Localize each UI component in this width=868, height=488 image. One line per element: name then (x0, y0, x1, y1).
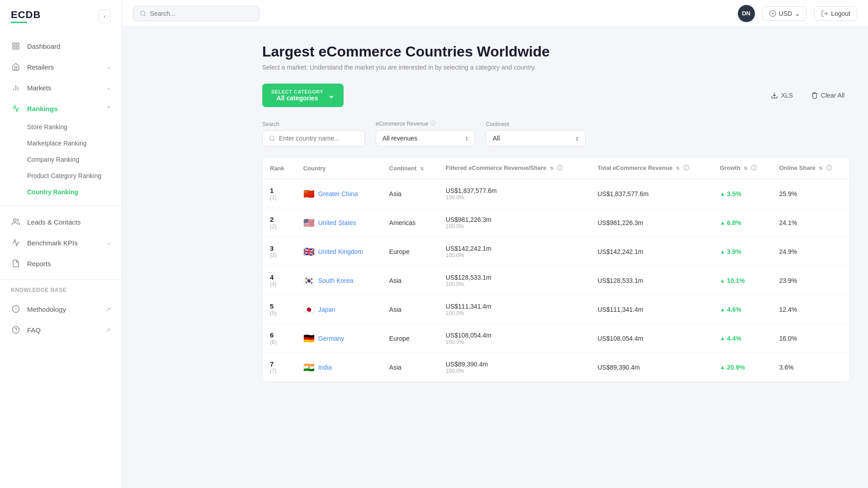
continent-filter-select[interactable]: All ↕ (486, 130, 585, 146)
country-link-0[interactable]: 🇨🇳 Greater China (303, 188, 375, 199)
markets-icon (11, 83, 21, 93)
cell-filtered-revenue-0: US$1,837,577.6m 100.0% (439, 179, 590, 208)
sort-icon-online-share: ⇅ (819, 166, 822, 171)
category-chevron-icon: ⌄ (328, 90, 335, 100)
page-title: Largest eCommerce Countries Worldwide (262, 43, 850, 60)
sidebar-item-label-faq: FAQ (27, 326, 41, 334)
sidebar-item-methodology[interactable]: Methodology ↗ (0, 299, 122, 319)
search-filter-input[interactable] (262, 130, 365, 146)
cell-total-revenue-4: US$111,341.4m (590, 295, 712, 324)
info-icon-filtered-revenue[interactable]: ⓘ (557, 164, 563, 171)
logout-icon (821, 10, 828, 17)
cell-total-revenue-2: US$142,242.1m (590, 237, 712, 266)
country-search-input[interactable] (279, 135, 358, 142)
cell-country-2[interactable]: 🇬🇧 United Kingdom (296, 237, 382, 266)
table-header-row: Rank Country Continent ⇅ Filtered eComme… (263, 158, 849, 179)
xls-label: XLS (781, 92, 793, 99)
sidebar-item-label-leads: Leads & Contacts (27, 218, 80, 226)
cell-country-6[interactable]: 🇮🇳 India (296, 353, 382, 382)
cell-country-1[interactable]: 🇺🇸 United States (296, 208, 382, 237)
sidebar-item-country-ranking[interactable]: Country Ranking (27, 184, 122, 200)
chevron-down-icon-benchmark: ⌄ (106, 239, 111, 246)
sidebar-collapse-button[interactable]: ‹ (99, 9, 111, 23)
currency-selector[interactable]: USD ⌄ (762, 6, 807, 21)
revenue-filter-select[interactable]: All revenues ↕ (376, 130, 475, 146)
col-filtered-revenue[interactable]: Filtered eCommerce Revenue/Share ⇅ ⓘ (439, 158, 590, 179)
data-table-container: Rank Country Continent ⇅ Filtered eComme… (262, 157, 850, 382)
cell-continent-5: Europe (382, 324, 439, 353)
growth-arrow-icon-4: ▲ (720, 306, 725, 313)
country-ranking-table: Rank Country Continent ⇅ Filtered eComme… (263, 158, 849, 382)
xls-export-button[interactable]: XLS (765, 88, 798, 103)
cell-country-4[interactable]: 🇯🇵 Japan (296, 295, 382, 324)
country-link-2[interactable]: 🇬🇧 United Kingdom (303, 246, 375, 257)
cell-country-0[interactable]: 🇨🇳 Greater China (296, 179, 382, 208)
sidebar-item-benchmark-kpis[interactable]: Benchmark KPIs ⌄ (0, 232, 122, 253)
revenue-filter-label: eCommerce Revenue ⓘ (376, 120, 475, 127)
cell-filtered-revenue-3: US$128,533.1m 100.0% (439, 266, 590, 295)
country-flag-2: 🇬🇧 (303, 246, 315, 257)
select-category-button-content: SELECT CATEGORY All categories (271, 89, 323, 102)
cell-filtered-revenue-4: US$111,341.4m 100.0% (439, 295, 590, 324)
sidebar-item-label-dashboard: Dashboard (27, 42, 60, 50)
cell-rank-6: 7 (7) (263, 353, 296, 382)
topbar: DN USD ⌄ Logout (122, 0, 868, 27)
growth-arrow-icon-1: ▲ (720, 220, 725, 226)
sidebar-item-markets[interactable]: Markets ⌄ (0, 77, 122, 98)
sidebar-item-rankings[interactable]: Rankings ⌃ (0, 98, 122, 119)
country-flag-5: 🇩🇪 (303, 333, 315, 344)
sidebar-item-store-ranking[interactable]: Store Ranking (27, 119, 122, 135)
info-icon-growth[interactable]: ⓘ (751, 164, 757, 171)
table-row: 3 (3) 🇬🇧 United Kingdom Europe US$142,24… (263, 237, 849, 266)
growth-arrow-icon-2: ▲ (720, 249, 725, 255)
country-link-3[interactable]: 🇰🇷 South Korea (303, 275, 375, 286)
country-link-5[interactable]: 🇩🇪 Germany (303, 333, 375, 344)
sidebar-item-leads-contacts[interactable]: Leads & Contacts (0, 211, 122, 232)
bottom-nav: Leads & Contacts Benchmark KPIs ⌄ Report… (0, 208, 122, 277)
cell-country-3[interactable]: 🇰🇷 South Korea (296, 266, 382, 295)
cell-total-revenue-6: US$89,390.4m (590, 353, 712, 382)
country-flag-6: 🇮🇳 (303, 362, 315, 373)
chevron-down-icon-markets: ⌄ (106, 84, 111, 91)
cell-growth-4: ▲ 4.6% (712, 295, 772, 324)
logout-button[interactable]: Logout (814, 6, 857, 21)
page-subtitle: Select a market: Understand the market y… (262, 64, 850, 71)
logo-underline (11, 22, 27, 23)
col-growth[interactable]: Growth ⇅ ⓘ (712, 158, 772, 179)
info-icon-online-share[interactable]: ⓘ (826, 164, 832, 171)
cell-filtered-revenue-1: US$981,226.3m 100.0% (439, 208, 590, 237)
country-link-4[interactable]: 🇯🇵 Japan (303, 304, 375, 315)
country-link-6[interactable]: 🇮🇳 India (303, 362, 375, 373)
country-link-1[interactable]: 🇺🇸 United States (303, 217, 375, 228)
sidebar-item-marketplace-ranking[interactable]: Marketplace Ranking (27, 135, 122, 151)
cell-online-share-1: 24.1% (772, 208, 850, 237)
sidebar-item-dashboard[interactable]: Dashboard (0, 36, 122, 56)
sidebar-item-reports[interactable]: Reports (0, 253, 122, 274)
select-category-button[interactable]: SELECT CATEGORY All categories ⌄ (262, 84, 344, 107)
cell-continent-4: Asia (382, 295, 439, 324)
sidebar-item-faq[interactable]: FAQ ↗ (0, 319, 122, 340)
search-input[interactable] (150, 10, 253, 17)
search-icon (140, 10, 146, 17)
sidebar-item-product-category-ranking[interactable]: Product Category Ranking (27, 168, 122, 184)
cell-online-share-2: 24.9% (772, 237, 850, 266)
col-continent[interactable]: Continent ⇅ (382, 158, 439, 179)
cell-country-5[interactable]: 🇩🇪 Germany (296, 324, 382, 353)
growth-arrow-icon-5: ▲ (720, 335, 725, 342)
table-row: 4 (4) 🇰🇷 South Korea Asia US$128,533.1m … (263, 266, 849, 295)
leads-icon (11, 217, 21, 227)
cell-growth-0: ▲ 3.5% (712, 179, 772, 208)
revenue-info-icon[interactable]: ⓘ (430, 120, 436, 127)
continent-filter-group: Continent All ↕ (486, 121, 585, 146)
sidebar-item-retailers[interactable]: Retailers ⌄ (0, 56, 122, 77)
table-row: 6 (6) 🇩🇪 Germany Europe US$108,054.4m 10… (263, 324, 849, 353)
col-online-share[interactable]: Online Share ⇅ ⓘ (772, 158, 850, 179)
topbar-search[interactable] (133, 6, 259, 21)
knowledge-base-nav: Methodology ↗ FAQ ↗ (0, 295, 122, 344)
table-body: 1 (1) 🇨🇳 Greater China Asia US$1,837,577… (263, 179, 849, 382)
col-total-revenue[interactable]: Total eCommerce Revenue ⇅ ⓘ (590, 158, 712, 179)
clear-all-button[interactable]: Clear All (806, 88, 850, 103)
sidebar-item-company-ranking[interactable]: Company Ranking (27, 151, 122, 168)
currency-icon (769, 10, 776, 17)
info-icon-total-revenue[interactable]: ⓘ (683, 164, 689, 171)
